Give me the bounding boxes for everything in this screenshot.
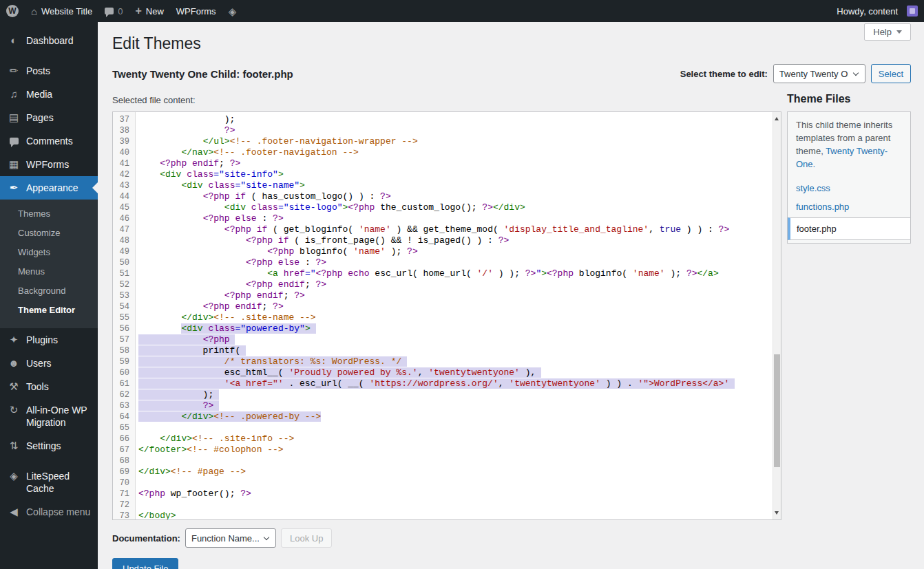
code-line[interactable]: <?php: [138, 334, 773, 345]
code-line[interactable]: );: [138, 114, 773, 125]
code-line[interactable]: <?php wp_footer(); ?>: [138, 489, 773, 500]
code-line[interactable]: <?php if ( has_custom_logo() ) : ?>: [138, 191, 773, 202]
code-line[interactable]: <div class="site-info">: [138, 169, 773, 180]
code-line[interactable]: <?php else : ?>: [138, 257, 773, 268]
code-line[interactable]: [138, 422, 773, 433]
sidebar-item-tools[interactable]: ⚒Tools: [0, 375, 98, 398]
sidebar-subitem-menus[interactable]: Menus: [0, 262, 98, 281]
wp-logo-menu[interactable]: W: [0, 0, 25, 22]
code-token: [138, 224, 224, 235]
sidebar-item-appearance[interactable]: ✒Appearance: [0, 176, 98, 200]
sidebar-item-dashboard[interactable]: ◐Dashboard: [0, 29, 98, 52]
sidebar-item-collapse[interactable]: ◀Collapse menu: [0, 500, 98, 524]
code-line[interactable]: <a href="<?php echo esc_url( home_url( '…: [138, 268, 773, 279]
site-name-menu[interactable]: ⌂ Website Title: [25, 0, 98, 22]
code-token: ?>: [498, 235, 510, 246]
scrollbar-thumb[interactable]: [774, 354, 780, 467]
sidebar-item-users[interactable]: ☻Users: [0, 352, 98, 375]
code-token: if: [278, 235, 289, 246]
code-line[interactable]: <?php if ( is_front_page() && ! is_paged…: [138, 235, 773, 246]
sidebar-item-pages[interactable]: ▤Pages: [0, 106, 98, 129]
code-line[interactable]: </ul><!-- .footer-navigation-wrapper -->: [138, 136, 773, 147]
sidebar-item-wpforms[interactable]: ▦WPForms: [0, 153, 98, 176]
code-line[interactable]: /* translators: %s: WordPress. */: [138, 356, 773, 367]
help-button[interactable]: Help: [864, 23, 911, 41]
theme-file-footer.php[interactable]: footer.php: [788, 217, 910, 240]
code-editor[interactable]: 3738394041424344454647484950515253545556…: [112, 111, 781, 520]
new-content-menu[interactable]: + New: [129, 0, 169, 22]
select-theme-button[interactable]: Select: [871, 64, 911, 83]
code-token: ?>: [224, 125, 235, 136]
code-line[interactable]: '<a href="' . esc_url( __( 'https://word…: [138, 378, 773, 389]
litespeed-menu[interactable]: ◈: [222, 0, 243, 22]
code-line[interactable]: ?>: [138, 125, 773, 136]
code-line[interactable]: <?php if ( get_bloginfo( 'name' ) && get…: [138, 224, 773, 235]
code-token: [138, 213, 203, 224]
code-line[interactable]: <?php endif; ?>: [138, 290, 773, 301]
code-line[interactable]: </div><!-- .site-info -->: [138, 433, 773, 444]
code-token: ="site-logo": [278, 202, 343, 213]
code-token: );: [138, 114, 235, 125]
code-token: =": [305, 268, 316, 279]
line-number: 42: [113, 169, 135, 180]
sidebar-spacer: [0, 22, 98, 29]
code-token: ( is_front_page() && ! is_paged() ) :: [288, 235, 498, 246]
code-line[interactable]: </div><!-- .site-name -->: [138, 312, 773, 323]
code-line[interactable]: ?>: [138, 400, 773, 411]
theme-select-dropdown[interactable]: Twenty Twenty One: [773, 64, 865, 83]
code-line[interactable]: <?php endif; ?>: [138, 301, 773, 312]
file-header-row: Twenty Twenty One Child: footer.php Sele…: [112, 64, 911, 83]
sidebar-item-migration[interactable]: ↻All-in-One WP Migration: [0, 398, 98, 434]
editor-vertical-scrollbar[interactable]: [773, 112, 781, 519]
sidebar-item-settings[interactable]: ⇅Settings: [0, 434, 98, 458]
code-line[interactable]: </footer><!-- #colophon -->: [138, 444, 773, 455]
code-line[interactable]: [138, 455, 773, 466]
code-token: [213, 400, 219, 411]
comments-menu[interactable]: 0: [98, 0, 129, 22]
update-file-button[interactable]: Update File: [112, 558, 178, 569]
scroll-up-arrow-icon[interactable]: [775, 115, 779, 120]
code-line[interactable]: <?php endif; ?>: [138, 158, 773, 169]
code-token: bloginfo(: [574, 268, 633, 279]
code-token: href: [284, 268, 305, 279]
code-token: wp_footer();: [165, 489, 240, 499]
sidebar-subitem-widgets[interactable]: Widgets: [0, 243, 98, 262]
code-line[interactable]: <div class="powered-by">: [138, 323, 773, 334]
sidebar-item-comments[interactable]: Comments: [0, 129, 98, 153]
scroll-down-arrow-icon[interactable]: [775, 511, 779, 517]
code-line[interactable]: </nav><!-- .footer-navigation -->: [138, 147, 773, 158]
sidebar-subitem-themes[interactable]: Themes: [0, 204, 98, 224]
lookup-button[interactable]: Look Up: [281, 528, 332, 548]
sidebar-item-plugins[interactable]: ✦Plugins: [0, 328, 98, 352]
code-line[interactable]: esc_html__( 'Proudly powered by %s.', 't…: [138, 367, 773, 378]
code-line[interactable]: <?php else : ?>: [138, 213, 773, 224]
sidebar-item-posts[interactable]: ✏Posts: [0, 59, 98, 83]
code-line[interactable]: [138, 477, 773, 489]
code-line[interactable]: </div><!-- .powered-by -->: [138, 411, 773, 422]
sidebar-subitem-background[interactable]: Background: [0, 281, 98, 301]
code-line[interactable]: <?php bloginfo( 'name' ); ?>: [138, 246, 773, 257]
wpforms-menu[interactable]: WPForms: [170, 0, 222, 22]
code-line[interactable]: <div class="site-logo"><?php the_custom_…: [138, 202, 773, 213]
code-line[interactable]: </div><!-- #page -->: [138, 466, 773, 477]
my-account-menu[interactable]: Howdy, content: [830, 0, 924, 22]
code-line[interactable]: printf(: [138, 345, 773, 356]
code-token: [138, 290, 224, 301]
theme-file-functions.php[interactable]: functions.php: [788, 197, 910, 216]
sidebar-item-media[interactable]: ♫Media: [0, 83, 98, 106]
sidebar-item-litespeed[interactable]: ◈LiteSpeed Cache: [0, 464, 98, 500]
migration-icon: ↻: [7, 404, 21, 416]
code-line[interactable]: [138, 500, 773, 511]
code-line[interactable]: </body>: [138, 511, 773, 519]
code-token: class: [251, 202, 278, 213]
code-line[interactable]: <?php endif; ?>: [138, 279, 773, 290]
code-area[interactable]: ); ?> </ul><!-- .footer-navigation-wrapp…: [136, 112, 773, 519]
sidebar-subitem-customize[interactable]: Customize: [0, 224, 98, 243]
code-line[interactable]: );: [138, 389, 773, 400]
code-token: <?php: [203, 334, 230, 345]
documentation-dropdown[interactable]: Function Name...: [185, 528, 276, 548]
code-token: class: [187, 169, 213, 180]
theme-file-style.css[interactable]: style.css: [788, 179, 910, 197]
code-line[interactable]: <div class="site-name">: [138, 180, 773, 191]
sidebar-subitem-theme-editor[interactable]: Theme Editor: [0, 301, 98, 320]
